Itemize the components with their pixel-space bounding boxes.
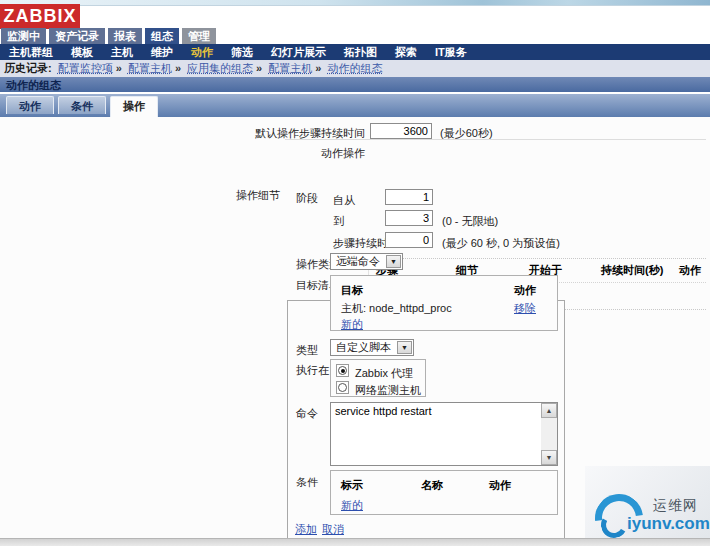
conditions-label: 条件 [296, 475, 318, 490]
conditions-box: 标示 名称 动作 新的 [330, 470, 558, 515]
step-duration-hint: (最少 60 秒, 0 为预设值) [442, 236, 560, 251]
add-link[interactable]: 添加 [295, 522, 317, 537]
operation-type-value: 远端命令 [336, 254, 380, 269]
breadcrumb-separator: » [116, 62, 122, 74]
config-subnav: 主机群组 模板 主机 维护 动作 筛选 幻灯片展示 拓扑图 探索 IT服务 [0, 44, 710, 60]
step-to-input[interactable] [385, 210, 433, 226]
commands-label: 命令 [296, 406, 318, 421]
execute-on-radio-server[interactable] [336, 381, 349, 394]
watermark-site-url: iyunv.com [627, 514, 710, 534]
main-tab-monitoring[interactable]: 监测中 [1, 28, 46, 44]
breadcrumb-prefix: 历史记录: [4, 62, 52, 74]
script-type-value: 自定义脚本 [336, 340, 391, 355]
subnav-actions[interactable]: 动作 [182, 44, 222, 60]
conditions-col-action: 动作 [489, 478, 511, 493]
new-target-link[interactable]: 新的 [341, 317, 363, 332]
cancel-link[interactable]: 取消 [322, 522, 344, 537]
execute-on-box: Zabbix 代理 网络监测主机 [330, 359, 426, 397]
target-list-box: 目标 动作 主机: node_httpd_proc 移除 新的 [330, 275, 558, 331]
bottom-strip [0, 538, 710, 546]
tab-conditions[interactable]: 条件 [58, 96, 106, 114]
target-row-host: 主机: node_httpd_proc [341, 301, 452, 316]
chevron-down-icon[interactable]: ▼ [397, 341, 412, 354]
step-from-input[interactable] [385, 189, 433, 205]
breadcrumb: 历史记录: 配置监控项» 配置主机» 应用集的组态» 配置主机» 动作的组态 [0, 60, 710, 77]
main-tab-configuration[interactable]: 组态 [145, 28, 179, 44]
scroll-down-icon[interactable]: ▼ [541, 450, 557, 465]
subnav-maps[interactable]: 拓扑图 [335, 44, 386, 60]
remove-target-link[interactable]: 移除 [514, 301, 536, 316]
subnav-slideshows[interactable]: 幻灯片展示 [262, 44, 335, 60]
commands-textarea[interactable]: service httpd restart [331, 403, 542, 465]
main-tab-inventory[interactable]: 资产记录 [49, 28, 105, 44]
breadcrumb-separator: » [175, 62, 181, 74]
header-row: ZABBIX [0, 6, 710, 28]
tab-operations[interactable]: 操作 [110, 96, 158, 117]
subnav-it-services[interactable]: IT服务 [426, 44, 476, 60]
step-label: 阶段 [296, 191, 318, 206]
step-from-label: 自从 [333, 193, 355, 208]
subnav-screens[interactable]: 筛选 [222, 44, 262, 60]
target-action-col-header: 动作 [514, 283, 536, 298]
radio-unselected-icon [338, 383, 347, 392]
zabbix-page: ZABBIX 监测中 资产记录 报表 组态 管理 主机群组 模板 主机 维护 动… [0, 0, 710, 546]
subnav-hosts[interactable]: 主机 [102, 44, 142, 60]
col-action: 动作 [679, 263, 701, 278]
target-col-header: 目标 [341, 283, 363, 298]
breadcrumb-separator: » [256, 62, 262, 74]
subnav-templates[interactable]: 模板 [62, 44, 102, 60]
breadcrumb-item[interactable]: 动作的组态 [327, 62, 382, 74]
breadcrumb-item[interactable]: 配置主机 [268, 62, 312, 74]
execute-on-agent-label: Zabbix 代理 [355, 366, 413, 381]
watermark-site-name: 运维网 [653, 497, 698, 515]
subnav-host-groups[interactable]: 主机群组 [0, 44, 62, 60]
action-operations-label: 动作操作 [230, 146, 365, 161]
tab-action[interactable]: 动作 [6, 96, 54, 114]
breadcrumb-item[interactable]: 应用集的组态 [187, 62, 253, 74]
default-step-duration-input[interactable] [370, 123, 432, 139]
conditions-col-name: 名称 [421, 478, 443, 493]
textarea-scrollbar[interactable]: ▲ ▼ [541, 403, 557, 465]
breadcrumb-item[interactable]: 配置主机 [128, 62, 172, 74]
commands-field-wrap: service httpd restart ▲ ▼ [330, 402, 558, 466]
page-title: 动作的组态 [0, 77, 710, 93]
chevron-down-icon[interactable]: ▼ [386, 255, 401, 268]
subnav-discovery[interactable]: 探索 [386, 44, 426, 60]
main-tab-administration[interactable]: 管理 [182, 28, 216, 44]
form-tab-band: 动作 条件 操作 [0, 94, 710, 117]
execute-on-label: 执行在 [296, 363, 329, 378]
execute-on-radio-agent[interactable] [336, 364, 349, 377]
subnav-maintenance[interactable]: 维护 [142, 44, 182, 60]
main-nav: 监测中 资产记录 报表 组态 管理 [1, 28, 216, 44]
execute-on-server-label: 网络监测主机 [355, 383, 421, 398]
conditions-col-label: 标示 [341, 478, 363, 493]
new-condition-link[interactable]: 新的 [341, 498, 363, 513]
breadcrumb-separator: » [315, 62, 321, 74]
breadcrumb-item[interactable]: 配置监控项 [58, 62, 113, 74]
main-tab-reports[interactable]: 报表 [108, 28, 142, 44]
step-to-hint: (0 - 无限地) [442, 214, 498, 229]
radio-selected-icon [338, 366, 347, 375]
operation-type-select[interactable]: 远端命令 ▼ [330, 253, 403, 270]
zabbix-logo: ZABBIX [0, 4, 80, 29]
script-type-label: 类型 [296, 343, 318, 358]
operation-details-label: 操作细节 [180, 188, 280, 203]
col-duration: 持续时间(秒) [601, 263, 679, 278]
scroll-up-icon[interactable]: ▲ [541, 403, 557, 418]
row-divider [285, 139, 706, 140]
step-duration-input[interactable] [385, 232, 433, 248]
script-type-select[interactable]: 自定义脚本 ▼ [330, 339, 414, 356]
step-to-label: 到 [333, 214, 344, 229]
